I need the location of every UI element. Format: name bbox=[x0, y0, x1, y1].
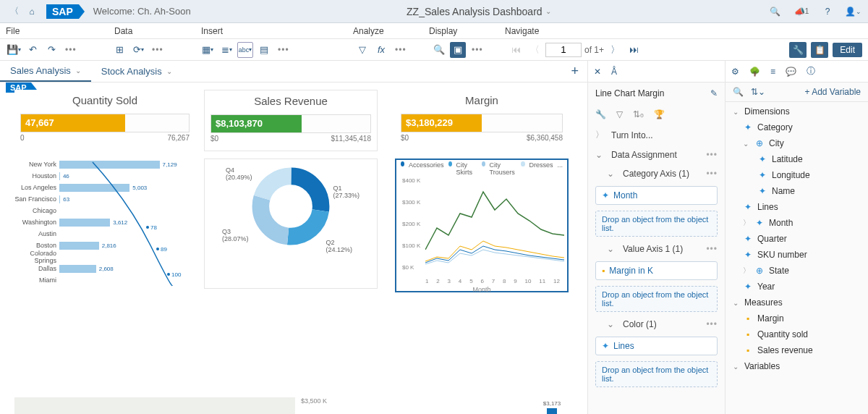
zoom-icon[interactable]: 🔍 bbox=[431, 42, 447, 58]
turn-into-row[interactable]: 〉Turn Into... bbox=[588, 124, 725, 145]
menu-navigate[interactable]: Navigate bbox=[505, 26, 592, 36]
tree-dimensions[interactable]: ⌄Dimensions bbox=[728, 104, 865, 119]
more-analyze-icon[interactable]: ••• bbox=[392, 45, 409, 55]
filter-icon[interactable]: ▽ bbox=[354, 42, 370, 58]
first-page-icon[interactable]: ⏮ bbox=[508, 42, 524, 58]
settings-icon[interactable]: ⚙ bbox=[731, 67, 739, 77]
main-area: SAP Quantity Sold 47,667 076,267 Sales R… bbox=[0, 83, 868, 414]
formula-icon[interactable]: fx bbox=[373, 42, 389, 58]
list-icon[interactable]: ≡ bbox=[770, 67, 775, 77]
more-file-icon[interactable]: ••• bbox=[62, 45, 80, 55]
menu-display[interactable]: Display bbox=[429, 26, 505, 36]
tree-year[interactable]: ✦Year bbox=[728, 279, 865, 295]
page-input[interactable] bbox=[545, 43, 582, 57]
format-icon[interactable]: Å bbox=[611, 67, 617, 77]
last-page-icon[interactable]: ⏭ bbox=[626, 42, 642, 58]
value-axis-chip[interactable]: ▪Margin in K bbox=[595, 261, 718, 280]
help-icon[interactable]: ? bbox=[819, 3, 836, 20]
insert-text-icon[interactable]: abc▾ bbox=[237, 42, 253, 58]
build-icon[interactable]: ✕ bbox=[594, 67, 601, 77]
category-axis-row[interactable]: ⌄Category Axis (1)••• bbox=[588, 164, 725, 183]
prev-page-icon[interactable]: 〈 bbox=[527, 42, 542, 58]
tree-margin[interactable]: ▪Margin bbox=[728, 310, 865, 326]
next-page-icon[interactable]: 〉 bbox=[607, 42, 623, 58]
tree-measures[interactable]: ⌄Measures bbox=[728, 295, 865, 310]
more-display-icon[interactable]: ••• bbox=[469, 45, 486, 55]
value-axis-row[interactable]: ⌄Value Axis 1 (1)••• bbox=[588, 240, 725, 258]
user-menu-icon[interactable]: 👤 ⌄ bbox=[845, 3, 862, 20]
filter-icon[interactable]: ▽ bbox=[616, 109, 623, 119]
save-icon[interactable]: 💾▾ bbox=[6, 42, 22, 58]
add-variable-button[interactable]: + Add Variable bbox=[804, 87, 861, 97]
tree-latitude[interactable]: ✦Latitude bbox=[728, 151, 865, 167]
menu-analyze[interactable]: Analyze bbox=[353, 26, 429, 36]
refresh-icon[interactable]: ⟳▾ bbox=[130, 42, 146, 58]
announcements-icon[interactable]: 📣 1 bbox=[793, 3, 810, 20]
color-chip[interactable]: ✦Lines bbox=[595, 337, 718, 355]
svg-point-9 bbox=[260, 176, 320, 236]
wrench-icon[interactable]: 🔧 bbox=[595, 109, 606, 119]
drop-zone[interactable]: Drop an object from the object list. bbox=[595, 286, 718, 312]
insert-section-icon[interactable]: ▤ bbox=[256, 42, 272, 58]
card-quantity[interactable]: Quantity Sold 47,667 076,267 bbox=[14, 90, 195, 155]
drop-zone[interactable]: Drop an object from the object list. bbox=[595, 361, 718, 387]
more-insert-icon[interactable]: ••• bbox=[275, 45, 292, 55]
chart-builder-panel: Line Chart Margin ✎ 🔧 ▽ ⇅₀ 🏆 〉Turn Into.… bbox=[587, 83, 725, 414]
category-axis-chip[interactable]: ✦Month bbox=[595, 186, 718, 205]
view-mode-icon[interactable]: ▣ bbox=[450, 42, 466, 58]
info-icon[interactable]: ⓘ bbox=[807, 65, 815, 77]
redo-icon[interactable]: ↷ bbox=[43, 42, 59, 58]
data-assignment-row[interactable]: ⌄Data Assignment••• bbox=[588, 145, 725, 164]
sort-icon[interactable]: ⇅₀ bbox=[633, 109, 644, 119]
search-icon[interactable]: 🔍 bbox=[733, 87, 744, 97]
menu-insert[interactable]: Insert bbox=[201, 26, 353, 36]
tree-rev[interactable]: ▪Sales revenue bbox=[728, 342, 865, 358]
insert-chart-icon[interactable]: ≣▾ bbox=[218, 42, 234, 58]
color-row[interactable]: ⌄Color (1)••• bbox=[588, 315, 725, 334]
tab-sales-analysis[interactable]: Sales Analysis⌄ bbox=[0, 61, 91, 82]
tab-stock-analysis[interactable]: Stock Analysis⌄ bbox=[91, 62, 182, 81]
report-canvas[interactable]: SAP Quantity Sold 47,667 076,267 Sales R… bbox=[0, 83, 587, 414]
column-chart[interactable]: $3,500 K $3,000 K $2,500 K $2,000 K $1,5… bbox=[301, 397, 569, 414]
line-chart-margin[interactable]: Accessories City Skirts City Trousers Dr… bbox=[395, 159, 569, 292]
tree-longitude[interactable]: ✦Longitude bbox=[728, 167, 865, 183]
rank-icon[interactable]: 🏆 bbox=[654, 109, 665, 119]
menu-file[interactable]: File bbox=[6, 26, 114, 36]
edit-button[interactable]: Edit bbox=[833, 43, 862, 57]
sort-icon[interactable]: ⇅⌄ bbox=[751, 87, 765, 97]
add-tab-button[interactable]: + bbox=[562, 64, 587, 79]
tools-button[interactable]: 🔧 bbox=[789, 42, 807, 58]
pencil-icon[interactable]: ✎ bbox=[710, 88, 718, 98]
home-button[interactable]: ⌂ bbox=[23, 3, 41, 20]
more-data-icon[interactable]: ••• bbox=[149, 45, 166, 55]
tree-variables[interactable]: ⌄Variables bbox=[728, 358, 865, 374]
clipboard-button[interactable]: 📋 bbox=[811, 42, 828, 58]
back-button[interactable]: 〈 bbox=[6, 3, 23, 20]
tree-lines[interactable]: ✦Lines bbox=[728, 199, 865, 215]
search-icon[interactable]: 🔍 bbox=[767, 3, 784, 20]
menu-data[interactable]: Data bbox=[114, 26, 201, 36]
card-title: Margin bbox=[395, 90, 569, 111]
tree-sku[interactable]: ✦SKU number bbox=[728, 247, 865, 263]
map-chart[interactable]: Francisco Los Angeles Colorado Springs D… bbox=[14, 397, 295, 414]
insert-table-icon[interactable]: ▦▾ bbox=[200, 42, 216, 58]
undo-icon[interactable]: ↶ bbox=[25, 42, 41, 58]
tree-quarter[interactable]: ✦Quarter bbox=[728, 231, 865, 247]
card-margin-kpi[interactable]: Margin $3,180,229 $0$6,360,458 bbox=[395, 90, 569, 151]
donut-chart[interactable]: Q1(27.33%) Q2(24.12%) Q3(28.07%) Q4(20.4… bbox=[204, 159, 378, 289]
tree-category[interactable]: ✦Category bbox=[728, 119, 865, 135]
object-tree: ⌄Dimensions ✦Category ⌄⊕City ✦Latitude ✦… bbox=[726, 102, 868, 376]
tree-state[interactable]: 〉⊕State bbox=[728, 263, 865, 279]
card-revenue[interactable]: Sales Revenue $8,103,870 $0$11,345,418 bbox=[204, 90, 378, 151]
bar-row: Chicago bbox=[14, 205, 188, 216]
tree-icon[interactable]: 🌳 bbox=[749, 67, 760, 77]
document-title[interactable]: ZZ_Sales Analysis Dashboard ⌄ bbox=[407, 6, 551, 17]
city-bar-chart[interactable]: New York7,129Houston46Los Angeles5,003Sa… bbox=[14, 159, 188, 286]
tree-name[interactable]: ✦Name bbox=[728, 183, 865, 199]
tree-qty[interactable]: ▪Quantity sold bbox=[728, 326, 865, 342]
drop-zone[interactable]: Drop an object from the object list. bbox=[595, 211, 718, 237]
tree-month[interactable]: 〉✦Month bbox=[728, 215, 865, 231]
comment-icon[interactable]: 💬 bbox=[786, 67, 796, 77]
data-sources-icon[interactable]: ⊞ bbox=[111, 42, 127, 58]
tree-city[interactable]: ⌄⊕City bbox=[728, 135, 865, 151]
